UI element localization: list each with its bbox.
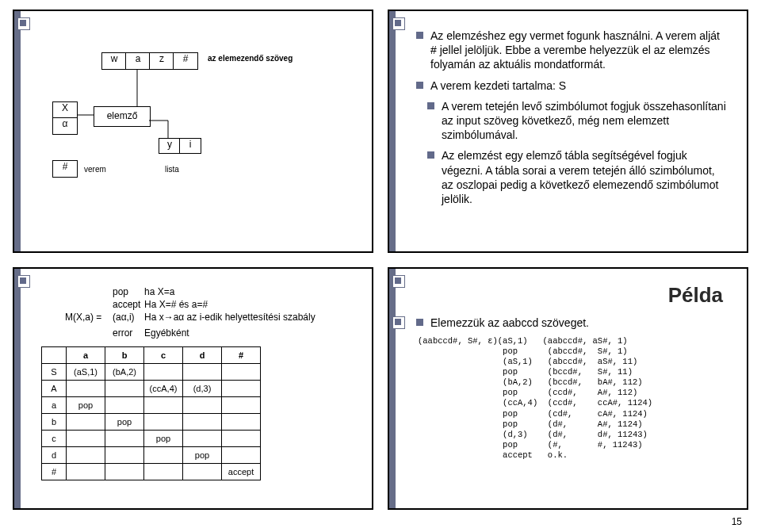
cell: Ha X=# és a=# [144, 299, 353, 310]
diagram-lines [41, 25, 353, 237]
td [183, 413, 222, 430]
td: # [42, 463, 67, 480]
bullet-item: A verem tetején levő szimbólumot fogjuk … [427, 99, 728, 143]
td [222, 446, 261, 463]
td [67, 430, 105, 446]
td [183, 430, 222, 446]
td [144, 446, 183, 463]
td: (bA,2) [105, 363, 144, 380]
th: b [105, 346, 144, 363]
td: d [42, 446, 67, 463]
td: A [42, 380, 67, 396]
td [67, 446, 105, 463]
td: S [42, 363, 67, 380]
td: b [42, 413, 67, 430]
th: a [67, 346, 105, 363]
cell: error [113, 327, 144, 339]
td: pop [105, 413, 144, 430]
td [183, 363, 222, 380]
td [144, 396, 183, 413]
slide-description: Az elemzéshez egy vermet fogunk használn… [388, 10, 748, 253]
th: c [144, 346, 183, 363]
td: (ccA,4) [144, 380, 183, 396]
td [105, 396, 144, 413]
cell: accept [113, 299, 144, 310]
td [144, 463, 183, 480]
cell: Ha x→aα az i-edik helyettesítési szabály [144, 312, 353, 323]
cell: M(X,a) = [65, 312, 113, 323]
td: (aS,1) [67, 363, 105, 380]
td: accept [222, 463, 261, 480]
bullet-item: Az elemzéshez egy vermet fogunk használn… [416, 29, 728, 72]
parser-architecture-diagram: w a z # az elemezendő szöveg X α # elemz… [41, 25, 353, 237]
td [222, 396, 261, 413]
td: pop [144, 430, 183, 446]
list-label: lista [165, 165, 179, 174]
bullet-item: Az elemzést egy elemző tábla segítségéve… [427, 148, 728, 206]
td [144, 363, 183, 380]
td [222, 363, 261, 380]
td [67, 380, 105, 396]
td [67, 413, 105, 430]
td [105, 463, 144, 480]
cell [65, 286, 113, 297]
td [105, 380, 144, 396]
example-lead: Elemezzük az aabccd szöveget. [416, 316, 728, 330]
td [183, 463, 222, 480]
td [222, 413, 261, 430]
td [222, 430, 261, 446]
td [183, 396, 222, 413]
cell [65, 299, 113, 310]
td [105, 446, 144, 463]
cell: ha X=a [144, 286, 353, 297]
td: pop [67, 396, 105, 413]
cell: (aα,i) [113, 312, 144, 323]
cell: Egyébként [144, 327, 353, 339]
page-number: 15 [732, 516, 742, 527]
td [105, 430, 144, 446]
m-function-def: popha X=a acceptHa X=# és a=# M(X,a) =(a… [65, 286, 353, 339]
slide-example: Példa Elemezzük az aabccd szöveget. (aab… [388, 267, 748, 511]
td: c [42, 430, 67, 446]
bullet-item: A verem kezdeti tartalma: S [416, 78, 728, 93]
td: pop [183, 446, 222, 463]
parse-trace: (aabccd#, S#, ε)(aS,1) (aabccd#, aS#, 1)… [418, 336, 728, 461]
stack-label: verem [84, 165, 106, 174]
td [144, 413, 183, 430]
td [222, 380, 261, 396]
th: d [183, 346, 222, 363]
slide-title: Példa [416, 283, 723, 308]
example-list: Elemezzük az aabccd szöveget. [416, 316, 728, 330]
description-list: Az elemzéshez egy vermet fogunk használn… [416, 29, 728, 206]
th [42, 346, 67, 363]
cell: pop [113, 286, 144, 297]
slide-diagram: w a z # az elemezendő szöveg X α # elemz… [13, 10, 373, 253]
slide-parse-table: popha X=a acceptHa X=# és a=# M(X,a) =(a… [13, 267, 373, 511]
cell [65, 327, 113, 339]
th: # [222, 346, 261, 363]
td: a [42, 396, 67, 413]
td: (d,3) [183, 380, 222, 396]
parse-table: a b c d # S(aS,1)(bA,2) A(ccA,4)(d,3) ap… [41, 346, 261, 480]
td [67, 463, 105, 480]
